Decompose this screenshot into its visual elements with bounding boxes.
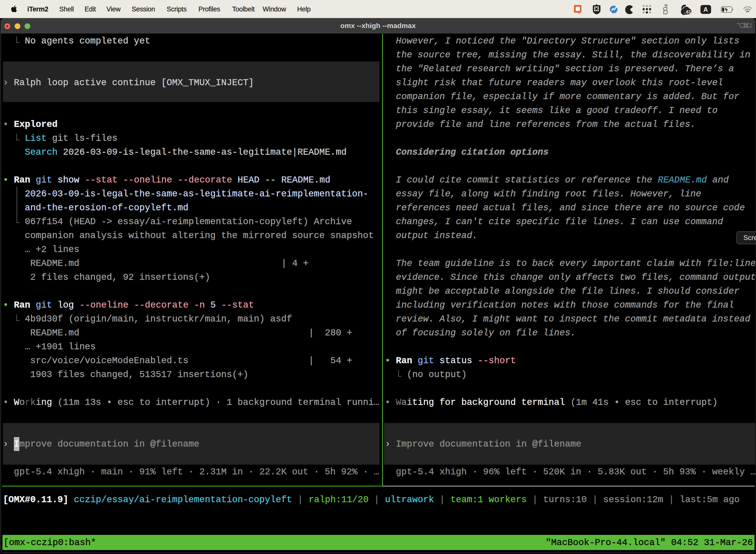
svg-text:..61: ..61: [684, 9, 691, 14]
svg-text:A: A: [703, 6, 708, 13]
svg-text:1: 1: [749, 22, 752, 29]
